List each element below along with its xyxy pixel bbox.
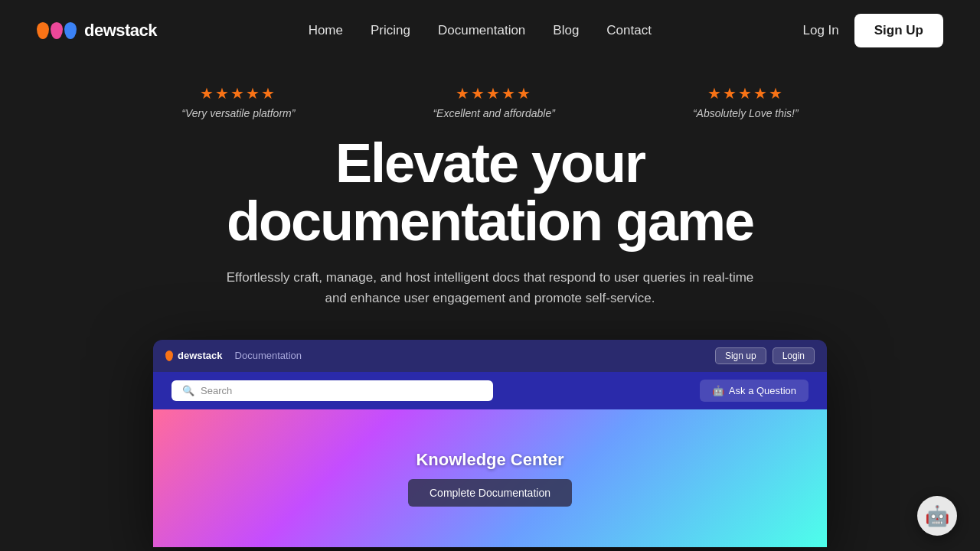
drop-orange <box>37 22 49 39</box>
complete-docs-button[interactable]: Complete Documentation <box>408 479 572 507</box>
review-text-2: “Excellent and affordable” <box>433 107 555 119</box>
mockup-browser-bar: dewstack Documentation Sign up Login <box>153 340 827 372</box>
stars-1: ★★★★★ <box>200 84 276 103</box>
logo-icon <box>37 22 77 39</box>
mockup-brand-label: dewstack <box>178 350 223 361</box>
hero-section: ★★★★★ “Very versatile platform” ★★★★★ “E… <box>0 61 980 547</box>
nav-documentation[interactable]: Documentation <box>438 23 525 37</box>
review-2: ★★★★★ “Excellent and affordable” <box>433 84 555 119</box>
nav-pricing[interactable]: Pricing <box>371 23 410 37</box>
nav-contact[interactable]: Contact <box>606 23 652 37</box>
review-text-3: “Absolutely Love this!” <box>693 107 799 119</box>
signup-button[interactable]: Sign Up <box>854 14 943 47</box>
mockup-image-area: Knowledge Center Complete Documentation <box>153 409 827 547</box>
nav-actions: Log In Sign Up <box>803 14 943 47</box>
main-headline: Elevate your documentation game <box>227 135 753 250</box>
knowledge-center-label: Knowledge Center <box>416 450 564 470</box>
login-button[interactable]: Log In <box>803 23 839 38</box>
chat-fab-button[interactable]: 🤖 <box>917 496 957 536</box>
review-text-1: “Very versatile platform” <box>181 107 295 119</box>
logo-link[interactable]: dewstack <box>37 21 157 41</box>
drop-pink <box>51 22 63 39</box>
mockup-logo-drop <box>165 350 173 361</box>
stars-2: ★★★★★ <box>456 84 532 103</box>
drop-blue <box>64 22 77 39</box>
mockup-logo: dewstack <box>165 350 223 361</box>
ask-question-label: Ask a Question <box>729 385 796 396</box>
nav-home[interactable]: Home <box>309 23 343 37</box>
headline-line1: Elevate your <box>335 132 645 194</box>
mockup-tab-label: Documentation <box>235 350 302 361</box>
chat-fab-icon: 🤖 <box>925 504 949 528</box>
mockup-browser-buttons: Sign up Login <box>715 347 815 364</box>
navbar: dewstack Home Pricing Documentation Blog… <box>0 0 980 61</box>
ask-question-button[interactable]: 🤖 Ask a Question <box>700 380 808 402</box>
mockup-search-bar: 🔍 Search 🤖 Ask a Question <box>153 372 827 409</box>
mockup-signup-btn[interactable]: Sign up <box>715 347 766 364</box>
subheadline: Effortlessly craft, manage, and host int… <box>222 267 758 308</box>
nav-links: Home Pricing Documentation Blog Contact <box>309 23 652 38</box>
nav-blog[interactable]: Blog <box>553 23 579 37</box>
robot-icon: 🤖 <box>712 385 724 396</box>
reviews-row: ★★★★★ “Very versatile platform” ★★★★★ “E… <box>181 84 798 119</box>
stars-3: ★★★★★ <box>707 84 784 103</box>
search-placeholder-text: Search <box>201 385 232 396</box>
mockup-login-btn[interactable]: Login <box>773 347 815 364</box>
mockup-search-input[interactable]: 🔍 Search <box>172 380 493 401</box>
product-mockup: dewstack Documentation Sign up Login 🔍 S… <box>153 340 827 547</box>
review-1: ★★★★★ “Very versatile platform” <box>181 84 295 119</box>
headline-line2: documentation game <box>227 191 753 252</box>
logo-text: dewstack <box>84 21 157 41</box>
review-3: ★★★★★ “Absolutely Love this!” <box>693 84 799 119</box>
search-icon: 🔍 <box>182 385 194 396</box>
